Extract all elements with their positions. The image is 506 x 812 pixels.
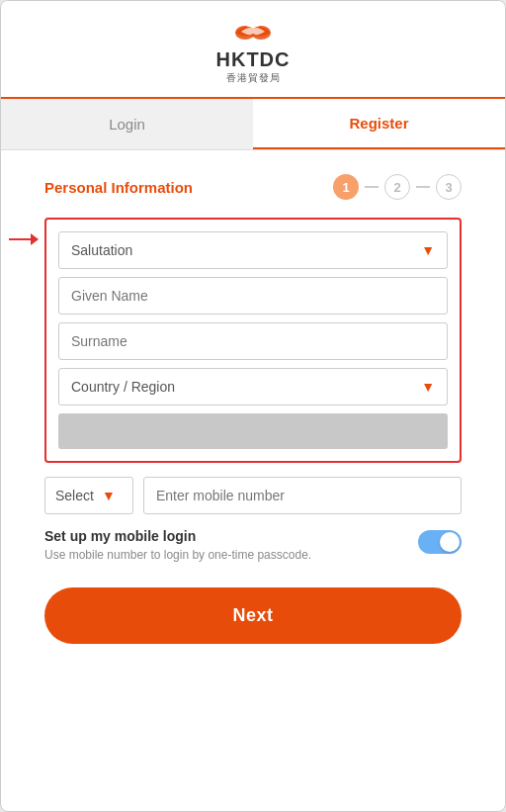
tab-login[interactable]: Login: [1, 99, 253, 149]
hktdc-logo-icon: [225, 19, 281, 46]
form-box: Salutation ▼ Country / Region ▼: [44, 218, 462, 463]
country-chevron-icon: ▼: [421, 379, 435, 395]
given-name-input[interactable]: [58, 277, 448, 315]
salutation-label: Salutation: [71, 242, 132, 258]
mobile-number-input[interactable]: [143, 477, 462, 514]
gray-bar: [58, 413, 448, 449]
content: Personal Information 1 2 3 Salutation ▼: [1, 150, 505, 811]
mobile-login-description: Use mobile number to login by one-time p…: [44, 547, 402, 564]
arrow-head: [31, 233, 39, 245]
logo-text: HKTDC: [216, 48, 291, 71]
step-connector-2: [416, 186, 430, 188]
mobile-login-title: Set up my mobile login: [44, 528, 402, 544]
toggle-row: Set up my mobile login Use mobile number…: [44, 528, 462, 564]
surname-input[interactable]: [58, 322, 448, 360]
steps-indicator: 1 2 3: [333, 174, 462, 200]
logo-chinese: 香港貿發局: [226, 71, 281, 85]
tabs: Login Register: [1, 99, 505, 150]
toggle-text: Set up my mobile login Use mobile number…: [44, 528, 418, 564]
toggle-knob: [440, 532, 460, 552]
tab-register[interactable]: Register: [253, 99, 505, 149]
arrow-line: [9, 238, 31, 240]
mobile-login-toggle[interactable]: [418, 530, 462, 554]
country-code-select[interactable]: Select ▼: [44, 477, 133, 514]
select-label: Select: [55, 488, 94, 503]
section-title: Personal Information: [44, 179, 193, 196]
step-1: 1: [333, 174, 359, 200]
phone-container: HKTDC 香港貿發局 Login Register Personal Info…: [0, 0, 506, 812]
salutation-select[interactable]: Salutation ▼: [58, 231, 448, 269]
mobile-row: Select ▼: [44, 477, 462, 514]
step-2: 2: [384, 174, 410, 200]
country-region-label: Country / Region: [71, 379, 175, 395]
section-header: Personal Information 1 2 3: [44, 174, 462, 200]
logo-container: HKTDC 香港貿發局: [216, 19, 291, 85]
select-chevron-icon: ▼: [102, 488, 116, 503]
salutation-chevron-icon: ▼: [421, 242, 435, 258]
header: HKTDC 香港貿發局: [1, 1, 505, 99]
country-region-select[interactable]: Country / Region ▼: [58, 368, 448, 406]
arrow-indicator: [9, 233, 39, 245]
step-connector-1: [365, 186, 379, 188]
form-wrapper: Salutation ▼ Country / Region ▼: [44, 218, 462, 463]
step-3: 3: [436, 174, 462, 200]
next-button[interactable]: Next: [44, 587, 462, 644]
